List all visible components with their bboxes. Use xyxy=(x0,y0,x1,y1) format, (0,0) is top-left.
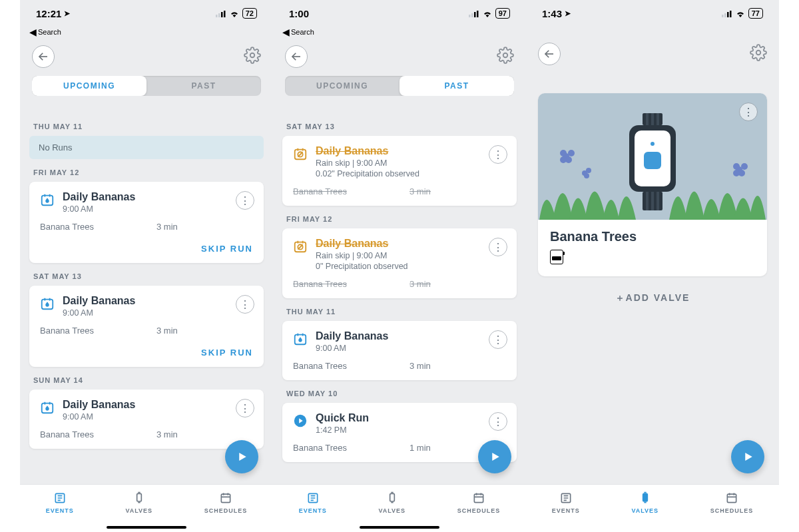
tab-past[interactable]: PAST xyxy=(146,76,261,96)
svg-rect-13 xyxy=(474,12,476,17)
zone-duration: 3 min xyxy=(409,186,431,196)
tab-upcoming[interactable]: UPCOMING xyxy=(285,76,400,96)
tab-bar: EVENTS VALVES SCHEDULES xyxy=(20,484,273,532)
card-menu-button[interactable]: ⋮ xyxy=(489,238,507,256)
svg-point-4 xyxy=(250,53,255,58)
tab-schedules[interactable]: SCHEDULES xyxy=(710,491,754,514)
run-card[interactable]: ⋮ Daily Bananas Rain skip | 9:00 AM 0.02… xyxy=(282,136,517,206)
zone-duration: 3 min xyxy=(156,326,178,336)
play-fab[interactable] xyxy=(478,440,511,473)
zone-duration: 3 min xyxy=(156,222,178,232)
calendar-drop-icon xyxy=(40,296,55,314)
valve-card[interactable]: ⋮ xyxy=(538,93,767,276)
add-valve-button[interactable]: ＋ADD VALVE xyxy=(538,276,767,320)
battery-icon: 72 xyxy=(242,8,257,19)
svg-point-39 xyxy=(733,163,740,170)
valve-name: Banana Trees xyxy=(550,229,755,244)
wifi-icon xyxy=(735,8,746,19)
tab-past[interactable]: PAST xyxy=(400,76,514,96)
card-menu-button[interactable]: ⋮ xyxy=(236,295,254,314)
calendar-skip-icon xyxy=(293,146,308,164)
run-skip-reason: Rain skip | 9:00 AM xyxy=(316,251,408,260)
skip-run-button[interactable]: SKIP RUN xyxy=(40,336,253,358)
svg-rect-56 xyxy=(643,493,647,501)
cellular-icon xyxy=(722,8,732,19)
back-button[interactable] xyxy=(32,45,55,68)
status-time: 1:00 xyxy=(289,8,309,19)
run-card[interactable]: ⋮ Daily Bananas Rain skip | 9:00 AM 0" P… xyxy=(282,228,517,298)
run-card[interactable]: ⋮ Daily Bananas 9:00 AM Banana Trees 3 m… xyxy=(29,286,264,367)
run-title: Daily Bananas xyxy=(316,145,419,157)
svg-rect-57 xyxy=(727,494,736,503)
svg-rect-44 xyxy=(646,113,649,125)
settings-button[interactable] xyxy=(497,47,514,67)
phone-screen-valves: 1:43 ➤ 77 ⋮ xyxy=(526,0,779,532)
card-menu-button[interactable]: ⋮ xyxy=(236,191,254,210)
card-menu-button[interactable]: ⋮ xyxy=(739,103,758,121)
card-menu-button[interactable]: ⋮ xyxy=(489,330,507,349)
svg-rect-45 xyxy=(651,113,654,125)
settings-button[interactable] xyxy=(244,47,261,67)
svg-point-38 xyxy=(733,170,740,176)
phone-screen-past: 1:00 97 ◀ Search UPCOMING PAST SAT MAY 1… xyxy=(273,0,526,532)
zone-duration: 3 min xyxy=(409,361,431,371)
tab-schedules[interactable]: SCHEDULES xyxy=(457,491,501,514)
status-time: 12:21 xyxy=(36,8,61,19)
zone-name: Banana Trees xyxy=(293,279,370,289)
zone-duration: 3 min xyxy=(409,279,431,289)
card-menu-button[interactable]: ⋮ xyxy=(489,145,507,164)
back-to-search[interactable]: ◀ Search xyxy=(20,27,273,41)
cellular-icon xyxy=(469,8,479,19)
svg-rect-53 xyxy=(651,192,654,210)
calendar-drop-icon xyxy=(40,400,55,417)
tab-bar: EVENTS VALVES SCHEDULES xyxy=(526,484,779,532)
svg-point-34 xyxy=(560,150,567,156)
back-button[interactable] xyxy=(285,45,308,68)
status-bar: 12:21 ➤ 72 xyxy=(20,0,273,27)
run-title: Daily Bananas xyxy=(63,191,135,203)
skip-run-button[interactable]: SKIP RUN xyxy=(40,232,253,254)
no-runs-banner: No Runs xyxy=(29,136,264,159)
svg-rect-24 xyxy=(474,494,483,503)
tab-valves[interactable]: VALVES xyxy=(125,491,152,514)
zone-name: Banana Trees xyxy=(293,361,370,371)
svg-rect-25 xyxy=(722,15,724,17)
zone-duration: 1 min xyxy=(409,443,431,453)
run-card[interactable]: ⋮ Daily Bananas 9:00 AM Banana Trees 3 m… xyxy=(29,182,264,263)
tab-upcoming[interactable]: UPCOMING xyxy=(32,76,146,96)
svg-rect-11 xyxy=(469,15,471,17)
run-card[interactable]: ⋮ Daily Bananas 9:00 AM Banana Trees 3 m… xyxy=(282,321,517,380)
run-card[interactable]: ⋮ Daily Bananas 9:00 AM Banana Trees 3 m… xyxy=(29,390,264,449)
battery-level-icon xyxy=(550,250,755,264)
svg-rect-9 xyxy=(136,493,141,501)
svg-point-31 xyxy=(568,150,575,156)
cellular-icon xyxy=(216,8,226,19)
location-icon: ➤ xyxy=(64,9,70,18)
tab-events[interactable]: EVENTS xyxy=(552,491,580,514)
svg-rect-10 xyxy=(221,494,230,503)
settings-button[interactable] xyxy=(750,44,767,64)
run-time: 9:00 AM xyxy=(316,344,388,353)
back-to-search[interactable]: ◀ Search xyxy=(273,27,526,41)
card-menu-button[interactable]: ⋮ xyxy=(489,412,507,431)
card-menu-button[interactable]: ⋮ xyxy=(236,399,254,417)
play-fab[interactable] xyxy=(225,440,258,473)
run-precip: 0" Precipitation observed xyxy=(316,262,408,271)
event-segmented-control[interactable]: UPCOMING PAST xyxy=(285,76,514,96)
tab-events[interactable]: EVENTS xyxy=(46,491,74,514)
calendar-skip-icon xyxy=(293,239,308,256)
run-title: Quick Run xyxy=(316,412,369,424)
tab-valves[interactable]: VALVES xyxy=(631,491,659,514)
svg-rect-27 xyxy=(727,12,729,17)
tab-events[interactable]: EVENTS xyxy=(299,491,327,514)
back-button[interactable] xyxy=(538,43,561,65)
play-fab[interactable] xyxy=(731,440,764,473)
zone-name: Banana Trees xyxy=(40,222,117,232)
run-time: 1:42 PM xyxy=(316,425,369,435)
svg-rect-54 xyxy=(657,192,659,210)
day-header: THU MAY 11 xyxy=(29,113,264,136)
tab-valves[interactable]: VALVES xyxy=(378,491,405,514)
event-segmented-control[interactable]: UPCOMING PAST xyxy=(32,76,261,96)
tab-schedules[interactable]: SCHEDULES xyxy=(204,491,248,514)
status-time: 1:43 xyxy=(542,8,562,19)
